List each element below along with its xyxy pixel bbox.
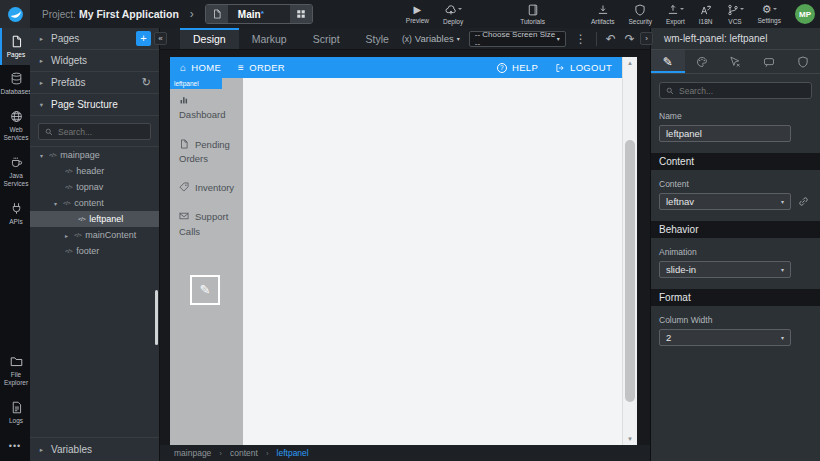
tree-node-mainpage[interactable]: ▾ </> mainpage [30, 147, 159, 163]
undo-icon[interactable]: ↶ [606, 33, 616, 45]
collapse-left-panel-button[interactable]: « [154, 32, 167, 45]
current-page-name: Main* [228, 9, 290, 20]
refresh-icon[interactable]: ↻ [142, 76, 151, 89]
breadcrumb-item-content[interactable]: content [230, 448, 258, 458]
rail-item-web-services[interactable]: Web Services [0, 103, 30, 149]
tab-devices[interactable] [752, 50, 786, 73]
tab-style[interactable]: Style [353, 28, 402, 49]
scroll-down-icon[interactable]: ▼ [627, 436, 633, 442]
screen-size-select[interactable]: -- Choose Screen Size -- ▾ [469, 31, 566, 47]
section-pages[interactable]: ▸ Pages + [30, 28, 159, 50]
wavemaker-logo[interactable] [0, 0, 30, 28]
structure-search[interactable] [38, 123, 151, 140]
tab-events[interactable] [719, 50, 753, 73]
rail-item-pages[interactable]: Pages [0, 28, 30, 65]
caret-down-icon: ▾ [557, 35, 560, 42]
variables-dropdown[interactable]: (x) Variables ▾ [402, 33, 460, 44]
document-lines-icon [10, 401, 23, 414]
section-widgets[interactable]: ▸ Widgets [30, 50, 159, 72]
tree-node-label: footer [76, 246, 99, 256]
section-format[interactable]: Format [651, 289, 820, 306]
tab-properties[interactable]: ✎ [651, 50, 685, 73]
page-icon [10, 35, 23, 48]
hamburger-icon: ≡ [238, 62, 244, 73]
tab-security[interactable] [786, 50, 820, 73]
top-bar: Project:My First Application › Main* ▶ P… [0, 0, 820, 28]
tab-styles[interactable] [685, 50, 719, 73]
preview-button[interactable]: ▶ Preview [399, 0, 436, 28]
canvas-nav-order[interactable]: ≡ORDER [238, 62, 285, 73]
canvas-nav-logout[interactable]: LOGOUT [555, 62, 612, 73]
tree-node-content[interactable]: ▾ </> content [30, 195, 159, 211]
editor-area: Design Markup Script Style (x) Variables… [160, 28, 650, 461]
code-icon: </> [49, 152, 56, 158]
rail-item-databases[interactable]: Databases [0, 65, 30, 102]
canvas-nav-pending-orders[interactable]: Pending Orders [170, 138, 243, 167]
code-icon: </> [65, 168, 72, 174]
canvas-nav-inventory[interactable]: Inventory [170, 181, 243, 195]
caret-down-icon: ▾ [781, 198, 784, 205]
structure-search-input[interactable] [58, 127, 144, 137]
kebab-menu-icon[interactable]: ⋮ [575, 33, 587, 45]
rail-item-logs[interactable]: Logs [0, 394, 30, 431]
rail-item-file-explorer[interactable]: File Explorer [0, 348, 30, 394]
properties-search-input[interactable] [679, 86, 805, 96]
canvas-nav-support-calls[interactable]: Support Calls [170, 210, 243, 239]
more-options-button[interactable]: ••• [0, 431, 30, 461]
section-page-structure[interactable]: ▾ Page Structure [30, 94, 159, 116]
rail-item-java-services[interactable]: Java Services [0, 149, 30, 195]
tab-markup[interactable]: Markup [239, 28, 300, 49]
settings-button[interactable]: ⚙ Settings [751, 0, 789, 28]
section-content[interactable]: Content [651, 153, 820, 170]
tree-node-leftpanel[interactable]: </> leftpanel [30, 211, 159, 227]
redo-icon[interactable]: ↷ [625, 33, 635, 45]
name-field[interactable] [659, 125, 791, 142]
content-select[interactable]: leftnav ▾ [659, 193, 791, 210]
scroll-up-icon[interactable]: ▲ [627, 60, 633, 66]
page-selector[interactable]: Main* [205, 4, 313, 24]
artifacts-button[interactable]: Artifacts [584, 0, 621, 28]
export-button[interactable]: Export [659, 0, 692, 28]
properties-search[interactable] [659, 82, 812, 99]
link-icon[interactable] [798, 196, 809, 207]
breadcrumb-item-mainpage[interactable]: mainpage [174, 448, 211, 458]
canvas-nav-dashboard[interactable]: Dashboard [170, 94, 243, 123]
section-behavior[interactable]: Behavior [651, 221, 820, 238]
i18n-button[interactable]: I18N [692, 0, 720, 28]
panel-scrollbar-thumb[interactable] [155, 290, 158, 345]
canvas-nav-help[interactable]: ?HELP [497, 62, 538, 73]
tree-node-maincontent[interactable]: ▸ </> mainContent [30, 227, 159, 243]
vcs-button[interactable]: VCS [720, 0, 751, 28]
rail-label: Pages [7, 51, 25, 59]
tree-expander-icon[interactable]: ▾ [52, 200, 59, 207]
tutorials-label: Tutorials [520, 18, 545, 25]
canvas-scrollbar-thumb[interactable] [625, 140, 635, 402]
animation-select[interactable]: slide-in ▾ [659, 261, 791, 278]
tutorials-button[interactable]: Tutorials [513, 0, 552, 28]
section-prefabs[interactable]: ▸ Prefabs ↻ [30, 72, 159, 94]
design-canvas[interactable]: ⌂HOME ≡ORDER ?HELP LOGOUT leftpanel Dash… [170, 57, 637, 445]
tab-script[interactable]: Script [300, 28, 353, 49]
canvas-left-nav[interactable]: Dashboard Pending Orders Inventory Suppo… [170, 78, 243, 445]
tree-node-header[interactable]: </> header [30, 163, 159, 179]
canvas-nav-home[interactable]: ⌂HOME [180, 62, 221, 73]
tab-design[interactable]: Design [180, 28, 239, 49]
edit-region-button[interactable]: ✎ [190, 275, 220, 305]
branch-icon [727, 4, 739, 16]
page-grid-icon[interactable] [290, 5, 312, 23]
tree-node-topnav[interactable]: </> topnav [30, 179, 159, 195]
section-variables[interactable]: ▸ Variables [30, 437, 159, 461]
deploy-button[interactable]: Deploy [436, 0, 470, 28]
column-width-select[interactable]: 2 ▾ [659, 329, 791, 346]
tree-node-footer[interactable]: </> footer [30, 243, 159, 259]
security-button[interactable]: Security [621, 0, 658, 28]
rail-item-apis[interactable]: APIs [0, 195, 30, 232]
collapse-right-panel-button[interactable]: › [640, 32, 653, 45]
tree-expander-icon[interactable]: ▸ [63, 232, 70, 239]
add-page-button[interactable]: + [136, 31, 151, 46]
user-avatar[interactable]: MP [795, 4, 815, 24]
breadcrumb-item-leftpanel[interactable]: leftpanel [277, 448, 309, 458]
tree-expander-icon[interactable]: ▾ [38, 152, 45, 159]
folder-icon [10, 355, 23, 368]
column-width-label: Column Width [659, 315, 812, 325]
